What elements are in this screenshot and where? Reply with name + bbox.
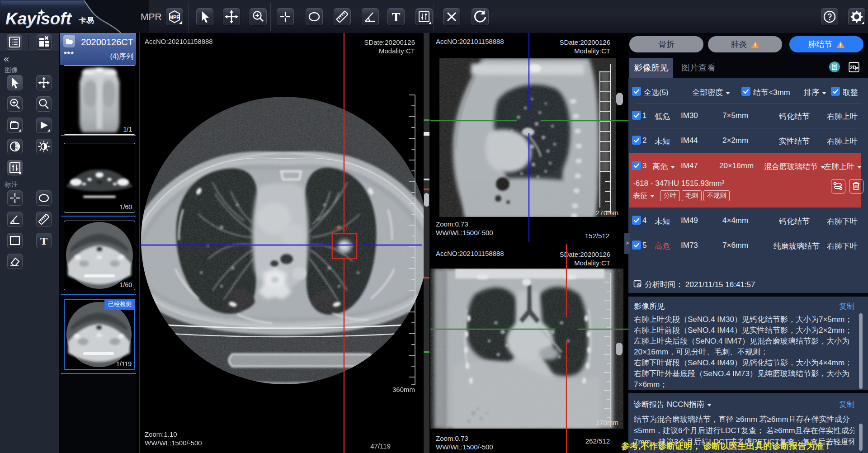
svg-text:卡易: 卡易 (78, 16, 94, 25)
svg-text:MPR: MPR (169, 14, 180, 20)
svg-text:T: T (40, 235, 47, 247)
svg-text:IM47: IM47 (333, 225, 348, 232)
svg-text:T: T (392, 10, 401, 24)
svg-text:2D: 2D (850, 65, 856, 70)
